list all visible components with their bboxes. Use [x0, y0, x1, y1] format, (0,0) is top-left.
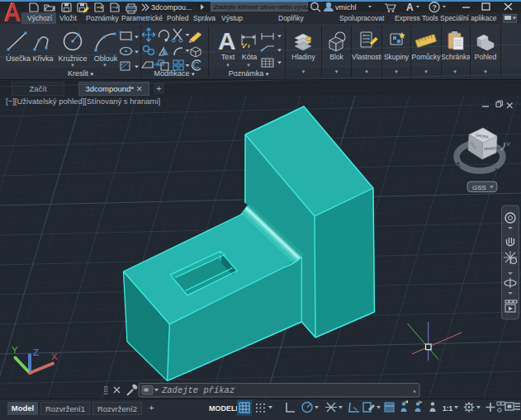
svg-text:1:1: 1:1: [443, 404, 453, 413]
